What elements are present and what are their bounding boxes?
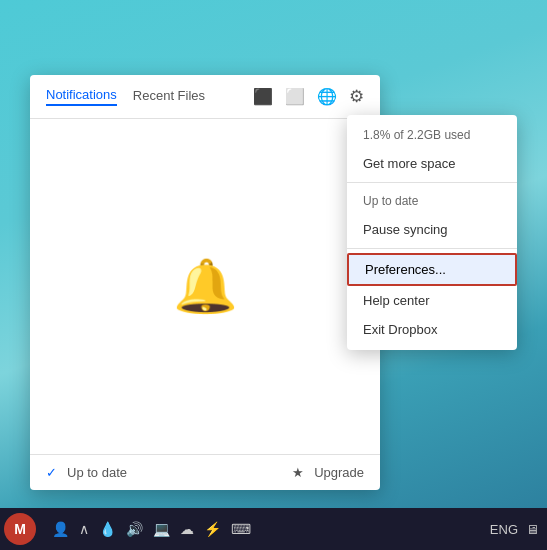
taskbar-notification-icon[interactable]: 🖥 xyxy=(526,522,539,537)
tab-recent-files[interactable]: Recent Files xyxy=(133,88,205,105)
taskbar-left: M xyxy=(0,513,44,545)
tab-notifications[interactable]: Notifications xyxy=(46,87,117,106)
panel-body: 🔔 xyxy=(30,119,380,454)
taskbar-volume-icon[interactable]: 🔊 xyxy=(126,521,143,537)
menu-item-preferences[interactable]: Preferences... xyxy=(347,253,517,286)
layers-icon[interactable]: ⬛ xyxy=(253,87,273,106)
bell-icon: 🔔 xyxy=(173,256,238,317)
menu-item-help-center[interactable]: Help center xyxy=(347,286,517,315)
taskbar-dropbox-icon[interactable]: 💧 xyxy=(99,521,116,537)
gear-icon[interactable]: ⚙ xyxy=(349,86,364,107)
taskbar: M 👤 ∧ 💧 🔊 💻 ☁ ⚡ ⌨ ENG 🖥 xyxy=(0,508,547,550)
footer-status-label: Up to date xyxy=(67,465,127,480)
dropbox-panel: Notifications Recent Files ⬛ ⬜ 🌐 ⚙ 🔔 ✓ U… xyxy=(30,75,380,490)
menu-item-exit-dropbox[interactable]: Exit Dropbox xyxy=(347,315,517,344)
taskbar-monitor-icon[interactable]: 💻 xyxy=(153,521,170,537)
desktop: Notifications Recent Files ⬛ ⬜ 🌐 ⚙ 🔔 ✓ U… xyxy=(0,0,547,550)
dropdown-menu: 1.8% of 2.2GB used Get more space Up to … xyxy=(347,115,517,350)
footer-right[interactable]: ★ Upgrade xyxy=(292,465,364,480)
menu-divider-1 xyxy=(347,182,517,183)
taskbar-right: ENG 🖥 xyxy=(490,522,547,537)
menu-item-pause-syncing[interactable]: Pause syncing xyxy=(347,215,517,244)
panel-footer: ✓ Up to date ★ Upgrade xyxy=(30,454,380,490)
panel-toolbar: ⬛ ⬜ 🌐 ⚙ xyxy=(253,86,364,107)
footer-left: ✓ Up to date xyxy=(46,465,127,480)
globe-icon[interactable]: 🌐 xyxy=(317,87,337,106)
star-icon: ★ xyxy=(292,465,304,480)
panel-tabs: Notifications Recent Files ⬛ ⬜ 🌐 ⚙ xyxy=(30,75,380,119)
taskbar-user-icon[interactable]: 👤 xyxy=(52,521,69,537)
taskbar-battery-icon[interactable]: ⚡ xyxy=(204,521,221,537)
footer-upgrade-label[interactable]: Upgrade xyxy=(314,465,364,480)
taskbar-avatar[interactable]: M xyxy=(4,513,36,545)
taskbar-chevron-icon[interactable]: ∧ xyxy=(79,521,89,537)
taskbar-lang-label[interactable]: ENG xyxy=(490,522,518,537)
menu-item-sync-status: Up to date xyxy=(347,187,517,215)
menu-divider-2 xyxy=(347,248,517,249)
taskbar-icons: 👤 ∧ 💧 🔊 💻 ☁ ⚡ ⌨ xyxy=(44,521,251,537)
folder-icon[interactable]: ⬜ xyxy=(285,87,305,106)
taskbar-keyboard-icon[interactable]: ⌨ xyxy=(231,521,251,537)
taskbar-cloud-icon[interactable]: ☁ xyxy=(180,521,194,537)
menu-item-storage: 1.8% of 2.2GB used xyxy=(347,121,517,149)
menu-item-get-more-space[interactable]: Get more space xyxy=(347,149,517,178)
checkmark-icon: ✓ xyxy=(46,465,57,480)
